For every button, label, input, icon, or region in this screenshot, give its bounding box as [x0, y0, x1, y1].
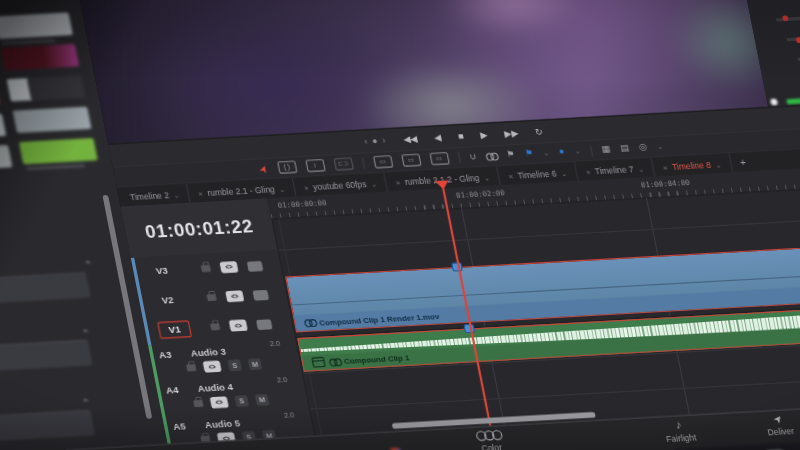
chevron-down-icon[interactable]: ⌄ — [656, 142, 663, 150]
page-button-color[interactable]: Color — [475, 430, 505, 450]
collapsed-panel-row[interactable] — [0, 410, 95, 442]
replace-clip-icon[interactable]: ▭ — [429, 152, 449, 165]
page-button-fairlight[interactable]: ♪ Fairlight — [663, 419, 698, 444]
solo-button[interactable]: S — [235, 395, 250, 407]
close-icon[interactable]: × — [662, 163, 668, 171]
music-note-icon: ♪ — [675, 420, 683, 432]
close-icon[interactable]: × — [585, 167, 591, 175]
track-enable-icon[interactable] — [252, 289, 269, 300]
slider-knob[interactable] — [770, 98, 778, 105]
track-name[interactable]: Audio 4 — [197, 381, 234, 394]
thumbnail-caption — [1, 39, 56, 44]
media-thumbnail[interactable] — [0, 114, 6, 140]
close-icon[interactable]: × — [508, 172, 514, 180]
chevron-up-icon[interactable]: ⌃ — [81, 398, 92, 409]
stop-button[interactable]: ■ — [457, 131, 464, 140]
thumbnail-caption — [26, 164, 85, 170]
mute-button[interactable]: M — [248, 358, 263, 370]
link-clips-icon[interactable] — [486, 152, 497, 159]
lock-icon[interactable] — [186, 364, 196, 371]
tab-label: Timeline 2 — [129, 190, 170, 202]
timecode-display[interactable]: 01:00:01:22 — [121, 198, 279, 258]
track-badge[interactable]: A3 — [158, 349, 172, 361]
first-frame-button[interactable]: ◀◀ — [403, 134, 419, 144]
lock-icon[interactable] — [201, 265, 211, 272]
last-frame-button[interactable]: ▶▶ — [503, 128, 519, 138]
lock-icon[interactable] — [210, 323, 220, 330]
chevron-down-icon[interactable]: ⌄ — [574, 147, 581, 155]
chevron-down-icon[interactable]: ⌄ — [173, 190, 180, 198]
track-enable-icon[interactable] — [256, 319, 273, 330]
page-label: Color — [481, 442, 503, 450]
shuttle-control[interactable]: ‹ ● › — [363, 136, 387, 146]
track-badge[interactable]: V2 — [152, 292, 184, 308]
solo-button[interactable]: S — [227, 359, 242, 371]
toolbar-separator — [457, 152, 460, 163]
channel-format: 2.0 — [283, 411, 295, 419]
chevron-down-icon[interactable]: ⌄ — [714, 160, 721, 168]
zoom-icon[interactable]: ◎ — [638, 142, 648, 153]
collapsed-panel-row[interactable] — [0, 340, 93, 372]
close-icon[interactable]: × — [197, 189, 203, 197]
media-thumbnail[interactable] — [19, 138, 98, 165]
media-thumbnail[interactable] — [0, 145, 12, 171]
razor-tool-icon[interactable]: ⊏⊐ — [333, 157, 353, 170]
davinci-resolve-screenshot: ⌃ ⌃ ⌃ ‹ ● › ◀◀ ◀ — [0, 0, 800, 450]
dynamic-trim-mode-icon[interactable]: ↕ — [305, 159, 325, 172]
chevron-down-icon[interactable]: ⌄ — [370, 179, 377, 187]
page-label: Fairlight — [665, 432, 697, 444]
auto-select-icon[interactable]: <> — [219, 261, 238, 273]
chevron-up-icon[interactable]: ⌃ — [83, 260, 94, 271]
media-thumbnail[interactable] — [0, 44, 79, 71]
insert-clip-icon[interactable]: ▭ — [372, 155, 392, 168]
track-badge[interactable]: V3 — [146, 263, 178, 279]
compound-clip-icon — [311, 357, 325, 368]
flag-icon[interactable]: ⚑ — [506, 149, 516, 160]
tab-label: rumble 2.1 - Gling — [206, 184, 275, 198]
media-thumbnail[interactable] — [6, 75, 85, 102]
close-icon[interactable]: × — [303, 183, 309, 191]
chevron-up-icon[interactable]: ⌃ — [81, 328, 92, 339]
clip-name-label: Compound Clip 1 Render 1.mov — [318, 312, 439, 327]
marker-icon[interactable]: ● — [558, 147, 565, 157]
chevron-down-icon[interactable]: ⌄ — [278, 184, 285, 192]
page-button-deliver[interactable]: ➤ Deliver — [764, 413, 795, 437]
track-name[interactable]: Audio 5 — [204, 417, 241, 430]
chevron-down-icon[interactable]: ⌄ — [542, 149, 549, 157]
chevron-down-icon[interactable]: ⌄ — [483, 173, 490, 181]
track-view-icon[interactable]: ▤ — [619, 143, 630, 154]
selection-mode-icon[interactable]: ➤ — [257, 162, 271, 174]
chevron-down-icon[interactable]: ⌄ — [560, 169, 567, 177]
lock-icon[interactable] — [206, 294, 216, 301]
timecode-value: 01:00:01:22 — [143, 214, 255, 241]
tab-label: youtube 60fps — [312, 179, 367, 192]
lock-icon[interactable] — [193, 400, 203, 407]
overwrite-clip-icon[interactable]: ▭ — [401, 154, 421, 167]
auto-select-icon[interactable]: <> — [203, 361, 222, 373]
rocket-icon: ➤ — [772, 413, 785, 426]
media-thumbnail[interactable] — [0, 12, 73, 39]
track-badge[interactable]: A5 — [172, 420, 186, 432]
record-indicator-icon — [796, 37, 800, 43]
auto-select-icon[interactable]: <> — [229, 319, 248, 331]
loop-button[interactable]: ↻ — [534, 127, 543, 136]
play-reverse-button[interactable]: ◀ — [433, 133, 442, 142]
chevron-down-icon[interactable]: ⌄ — [637, 164, 644, 172]
mute-button[interactable]: M — [255, 394, 270, 406]
track-enable-icon[interactable] — [247, 260, 264, 271]
close-icon[interactable]: × — [395, 178, 401, 186]
timeline-view-options-icon[interactable]: ▦ — [601, 144, 612, 155]
trim-edit-mode-icon[interactable]: ( ) — [277, 161, 297, 174]
track-badge-targeted[interactable]: V1 — [157, 320, 192, 339]
tab-label: Timeline 8 — [671, 159, 712, 171]
auto-select-icon[interactable]: <> — [210, 396, 229, 408]
track-name[interactable]: Audio 3 — [190, 346, 227, 359]
flag-blue-icon[interactable]: ⚑ — [524, 148, 534, 159]
media-thumbnail[interactable] — [13, 106, 92, 133]
collapsed-panel-row[interactable] — [0, 272, 91, 305]
ruler-label: 01:00:02:00 — [455, 188, 505, 200]
snapping-icon[interactable]: ∪ — [469, 152, 478, 162]
auto-select-icon[interactable]: <> — [225, 290, 244, 302]
play-button[interactable]: ▶ — [480, 130, 489, 139]
track-badge[interactable]: A4 — [165, 384, 179, 396]
